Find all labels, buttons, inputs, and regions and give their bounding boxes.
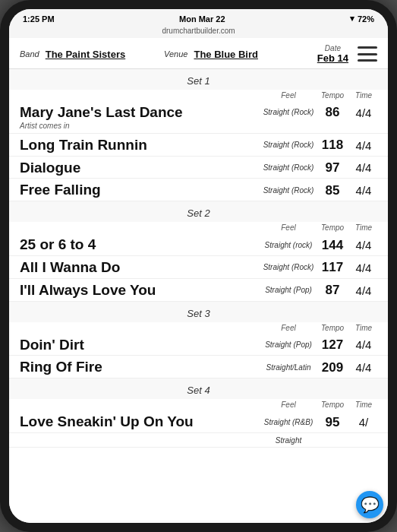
- song-title: Ring Of Fire: [20, 359, 262, 376]
- col-feel-label: Feel: [262, 401, 315, 409]
- col-feel-label: Feel: [262, 324, 315, 332]
- song-main-row: Doin' Dirt Straight (Pop) 127 4/4: [20, 337, 377, 354]
- song-main-row: I'll Always Love You Straight (Pop) 87 4…: [20, 282, 377, 299]
- song-feel: Straight (Pop): [262, 286, 315, 295]
- song-row[interactable]: Dialogue Straight (Rock) 97 4/4: [9, 157, 388, 179]
- col-title-label: [20, 91, 262, 100]
- url-bar[interactable]: drumchartbuilder.com: [9, 25, 388, 38]
- song-feel: Straight (rock): [262, 241, 315, 250]
- song-row[interactable]: 25 or 6 to 4 Straight (rock) 144 4/4: [9, 233, 388, 256]
- date-label: Date: [325, 44, 341, 52]
- song-title: Doin' Dirt: [20, 337, 262, 354]
- song-time: 4/4: [350, 161, 377, 174]
- song-time: 4/4: [350, 361, 377, 374]
- song-time: 4/4: [350, 139, 377, 152]
- status-bar: 1:25 PM Mon Mar 22 ▾ 72%: [9, 9, 388, 25]
- song-tempo: 97: [315, 160, 350, 176]
- col-time-label: Time: [350, 91, 377, 100]
- song-title: 25 or 6 to 4: [20, 236, 262, 254]
- song-title: Long Train Runnin: [20, 137, 262, 154]
- battery-icon: 72%: [358, 14, 374, 24]
- song-tempo: 209: [315, 360, 350, 375]
- song-row[interactable]: All I Wanna Do Straight (Rock) 117 4/4: [9, 256, 388, 279]
- song-main-row: Straight: [20, 436, 377, 445]
- song-main-row: Mary Jane's Last Dance Straight (Rock) 8…: [20, 104, 377, 122]
- song-row[interactable]: Long Train Runnin Straight (Rock) 118 4/…: [9, 134, 388, 157]
- song-row[interactable]: Love Sneakin' Up On You Straight (R&B) 9…: [9, 410, 388, 433]
- col-title-label: [20, 223, 262, 232]
- venue-value: The Blue Bird: [191, 49, 309, 60]
- col-tempo-label: Tempo: [315, 324, 350, 332]
- song-row[interactable]: Doin' Dirt Straight (Pop) 127 4/4: [9, 334, 388, 356]
- song-tempo: 118: [315, 138, 350, 153]
- chat-button[interactable]: 💬: [356, 491, 383, 518]
- header: Band The Paint Sisters Venue The Blue Bi…: [9, 38, 388, 69]
- song-tempo: 95: [315, 415, 350, 430]
- col-title-label: [20, 401, 262, 409]
- song-main-row: Ring Of Fire Straight/Latin 209 4/4: [20, 359, 377, 376]
- song-row[interactable]: Mary Jane's Last Dance Straight (Rock) 8…: [9, 101, 388, 134]
- band-label: Band: [20, 49, 39, 59]
- col-feel-label: Feel: [262, 223, 315, 232]
- song-tempo: 85: [315, 183, 350, 198]
- col-feel-label: Feel: [262, 91, 315, 100]
- wifi-icon: ▾: [350, 14, 354, 24]
- url-text: drumchartbuilder.com: [162, 27, 235, 35]
- song-feel: Straight (R&B): [262, 418, 315, 427]
- song-main-row: Free Falling Straight (Rock) 85 4/4: [20, 182, 377, 199]
- song-title: Mary Jane's Last Dance: [20, 104, 262, 122]
- song-time: 4/4: [350, 184, 377, 197]
- song-title: Dialogue: [20, 160, 262, 177]
- song-time: 4/4: [350, 261, 377, 274]
- song-time: 4/4: [350, 106, 377, 119]
- song-title: Love Sneakin' Up On You: [20, 413, 262, 431]
- song-row[interactable]: Ring Of Fire Straight/Latin 209 4/4: [9, 356, 388, 378]
- chat-icon: 💬: [361, 496, 380, 514]
- song-feel: Straight (Rock): [262, 163, 315, 173]
- song-main-row: Love Sneakin' Up On You Straight (R&B) 9…: [20, 413, 377, 431]
- song-time: 4/4: [350, 284, 377, 297]
- song-feel: Straight: [262, 436, 315, 445]
- song-time: 4/4: [350, 239, 377, 252]
- device-frame: 1:25 PM Mon Mar 22 ▾ 72% drumchartbuilde…: [0, 0, 397, 532]
- song-time: 4/: [350, 416, 377, 429]
- song-main-row: Long Train Runnin Straight (Rock) 118 4/…: [20, 137, 377, 154]
- set-header-3: Set 3: [9, 302, 388, 322]
- song-tempo: 87: [315, 283, 350, 298]
- col-tempo-label: Tempo: [315, 223, 350, 232]
- song-feel: Straight (Rock): [262, 186, 315, 195]
- song-row[interactable]: Straight: [9, 433, 388, 448]
- song-row[interactable]: I'll Always Love You Straight (Pop) 87 4…: [9, 279, 388, 302]
- col-tempo-label: Tempo: [315, 91, 350, 100]
- set-header-2: Set 2: [9, 201, 388, 222]
- col-time-label: Time: [350, 401, 377, 409]
- sets-container: Set 1 Feel Tempo Time Mary Jane's Last D…: [9, 69, 388, 448]
- song-tempo: 117: [315, 260, 350, 275]
- song-feel: Straight (Rock): [262, 141, 315, 150]
- song-tempo: 144: [315, 238, 350, 253]
- screen: 1:25 PM Mon Mar 22 ▾ 72% drumchartbuilde…: [9, 9, 388, 523]
- col-headers-set-2: Feel Tempo Time: [9, 222, 388, 233]
- song-feel: Straight (Rock): [262, 108, 315, 117]
- col-headers-set-1: Feel Tempo Time: [9, 90, 388, 101]
- song-main-row: All I Wanna Do Straight (Rock) 117 4/4: [20, 259, 377, 277]
- song-subtitle: Artist comes in: [20, 122, 377, 131]
- set-header-4: Set 4: [9, 378, 388, 399]
- song-feel: Straight (Pop): [262, 340, 315, 350]
- menu-button[interactable]: [358, 46, 377, 62]
- set-header-1: Set 1: [9, 69, 388, 90]
- song-main-row: Dialogue Straight (Rock) 97 4/4: [20, 160, 377, 177]
- col-headers-set-4: Feel Tempo Time: [9, 399, 388, 410]
- song-title: I'll Always Love You: [20, 282, 262, 299]
- song-tempo: 86: [315, 105, 350, 120]
- song-feel: Straight/Latin: [262, 363, 315, 372]
- status-right: ▾ 72%: [350, 14, 374, 24]
- song-title: All I Wanna Do: [20, 259, 262, 277]
- col-tempo-label: Tempo: [315, 401, 350, 409]
- date-block: Date Feb 14: [317, 44, 348, 64]
- col-headers-set-3: Feel Tempo Time: [9, 322, 388, 334]
- date-value: Feb 14: [317, 52, 348, 64]
- song-row[interactable]: Free Falling Straight (Rock) 85 4/4: [9, 179, 388, 201]
- col-time-label: Time: [350, 223, 377, 232]
- song-tempo: 127: [315, 337, 350, 353]
